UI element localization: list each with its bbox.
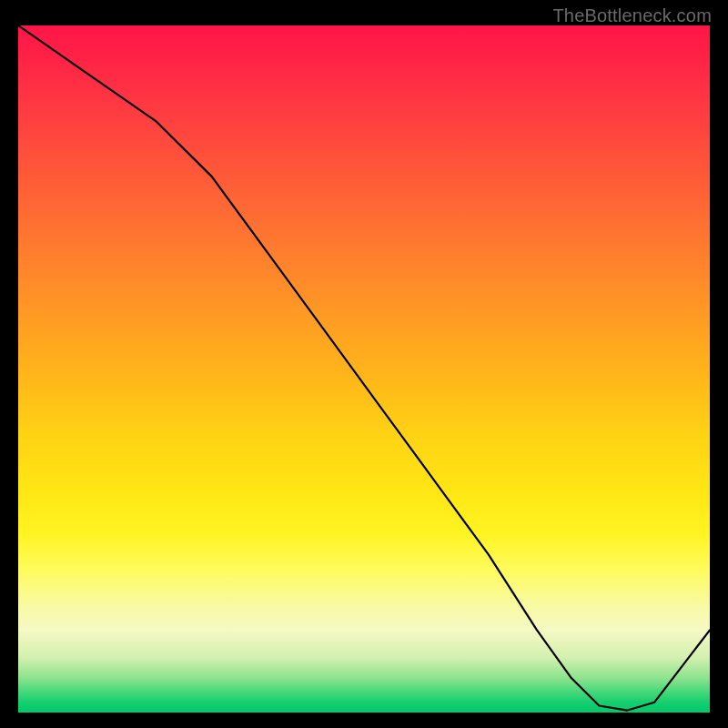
chart-container: { "watermark": "TheBottleneck.com", "cha… [0, 0, 728, 728]
heat-gradient [18, 25, 710, 713]
watermark-text: TheBottleneck.com [552, 5, 712, 26]
plot-area [18, 25, 710, 713]
